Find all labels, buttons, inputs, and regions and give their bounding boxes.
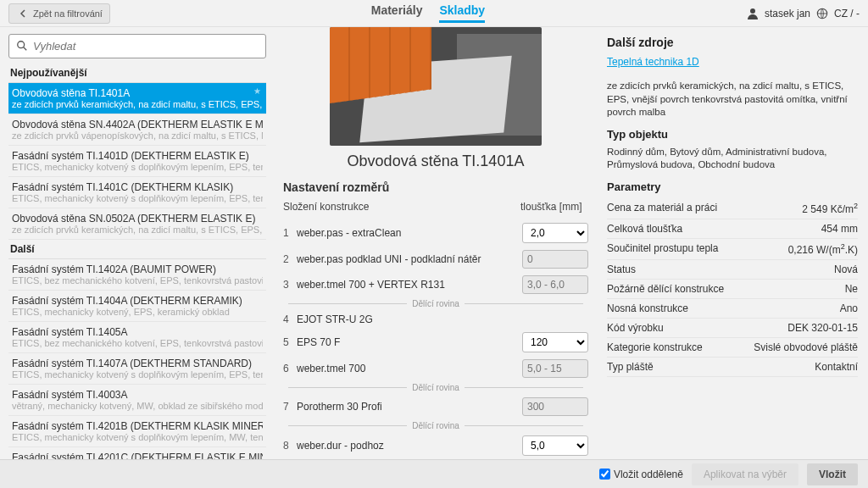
list-item-desc: ETICS, bez mechanického kotvení, EPS, te… [12, 338, 263, 348]
param-key: Kód výrobku [607, 322, 664, 334]
thickness-select[interactable]: 2,0 [522, 223, 588, 243]
list-item-desc: ETICS, mechanicky kotvený s doplňkovým l… [12, 432, 263, 442]
footer: Vložit odděleně Aplikovat na výběr Vloži… [0, 459, 868, 488]
list-item-title: Obvodová stěna TI.1401A [12, 87, 263, 99]
param-key: Typ pláště [607, 361, 654, 373]
thickness-readonly [522, 275, 588, 294]
list-item-title: Fasádní systém TI.1405A [12, 326, 263, 338]
insert-separate-input[interactable] [599, 469, 610, 480]
layer-value [522, 397, 588, 416]
list-item-desc: ETICS, mechanicky kotvený s doplňkovým l… [12, 193, 263, 203]
layer-number: 6 [283, 363, 297, 374]
layer-value [522, 275, 588, 294]
param-row: StatusNová [607, 260, 858, 280]
list-item[interactable]: Fasádní systém TI.1407A (DEKTHERM STANDA… [8, 353, 266, 385]
list-item-desc: větraný, mechanicky kotvený, MW, obklad … [12, 401, 263, 411]
list-item[interactable]: Fasádní systém TI.1405AETICS, bez mechan… [8, 322, 266, 353]
param-key: Cena za materiál a práci [607, 202, 717, 215]
divider-plane: Dělící rovina [283, 299, 588, 308]
param-key: Celková tloušťka [607, 223, 682, 235]
list-item[interactable]: Obvodová stěna SN.0502A (DEKTHERM ELASTI… [8, 208, 266, 240]
param-key: Součinitel prostupu tepla [607, 242, 718, 256]
layer-number: 1 [283, 227, 297, 239]
list-item[interactable]: Fasádní systém TI.1402A (BAUMIT POWER)ET… [8, 259, 266, 291]
right-desc: ze zdicích prvků keramických, na zdicí m… [607, 80, 858, 119]
thickness-readonly [522, 250, 588, 269]
tab-compositions[interactable]: Skladby [439, 3, 485, 23]
composition-label: Složení konstrukce [283, 201, 520, 213]
divider-plane: Dělící rovina [283, 383, 588, 392]
link-thermal[interactable]: Tepelná technika 1D [607, 56, 699, 68]
globe-icon [815, 7, 829, 20]
list-item[interactable]: Fasádní systém TI.1404A (DEKTHERM KERAMI… [8, 291, 266, 322]
layer-row: 2weber.pas podklad UNI - podkladní nátěr [283, 247, 588, 272]
param-value: 2 549 Kč/m2 [802, 202, 858, 215]
wall-preview [330, 27, 542, 146]
insert-button[interactable]: Vložit [807, 463, 858, 485]
layer-value [522, 359, 588, 378]
param-row: Celková tloušťka454 mm [607, 219, 858, 239]
center-panel: Obvodová stěna TI.1401A Nastavení rozměr… [275, 27, 597, 459]
param-value: Svislé obvodové pláště [754, 341, 858, 353]
param-value: Ne [845, 283, 858, 295]
layer-number: 3 [283, 279, 297, 291]
list-item[interactable]: Fasádní systém TI.4201C (DEKTHERM ELASTI… [8, 447, 266, 459]
layer-row: 7Porotherm 30 Profi [283, 394, 588, 419]
param-value: 0,216 W/(m2.K) [788, 242, 858, 256]
layer-name: weber.tmel 700 + VERTEX R131 [297, 279, 522, 291]
param-value: Ano [840, 302, 858, 314]
list-item[interactable]: Fasádní systém TI.4003Avětraný, mechanic… [8, 385, 266, 416]
param-row: Typ pláštěKontaktní [607, 358, 858, 377]
list-item-title: Fasádní systém TI.4201B (DEKTHERM KLASIK… [12, 420, 263, 432]
list-item-desc: ze zdicích prvků vápenopískových, na zdi… [12, 130, 263, 141]
svg-point-0 [750, 8, 755, 14]
list-item[interactable]: Fasádní systém TI.4201B (DEKTHERM KLASIK… [8, 416, 266, 447]
search-icon [15, 39, 29, 53]
locale: CZ / - [834, 8, 860, 19]
param-row: Součinitel prostupu tepla0,216 W/(m2.K) [607, 239, 858, 260]
layer-name: EJOT STR-U 2G [297, 313, 522, 325]
list-item[interactable]: Obvodová stěna SN.4402A (DEKTHERM ELASTI… [8, 114, 266, 146]
thickness-select[interactable]: 5,0 [522, 435, 588, 456]
list-item-title: Fasádní systém TI.1401C (DEKTHERM KLASIK… [12, 181, 263, 193]
param-value: Nová [834, 263, 858, 275]
param-key: Nosná konstrukce [607, 302, 688, 314]
layer-number: 7 [283, 401, 297, 413]
type-head: Typ objektu [607, 128, 858, 141]
param-key: Požárně dělící konstrukce [607, 283, 724, 295]
layer-value: 5,0 [522, 435, 588, 456]
username: stasek jan [765, 8, 810, 19]
top-bar: Zpět na filtrování Materiály Skladby sta… [0, 0, 868, 27]
thickness-select[interactable]: 120 [522, 332, 588, 352]
param-value: 454 mm [821, 223, 858, 235]
layer-value [522, 250, 588, 269]
list-item-title: Obvodová stěna SN.0502A (DEKTHERM ELASTI… [12, 213, 263, 225]
list-item-title: Fasádní systém TI.1407A (DEKTHERM STANDA… [12, 358, 263, 369]
layer-row: 1weber.pas - extraClean2,0 [283, 219, 588, 247]
thickness-readonly [522, 397, 588, 416]
layer-name: Porotherm 30 Profi [297, 401, 522, 413]
list-item-title: Fasádní systém TI.4201C (DEKTHERM ELASTI… [12, 452, 263, 459]
apply-selection-button[interactable]: Aplikovat na výběr [692, 463, 798, 485]
layer-name: weber.pas - extraClean [297, 227, 522, 239]
list-item-desc: ETICS, mechanicky kotvený s doplňkovým l… [12, 369, 263, 380]
list-item[interactable]: Fasádní systém TI.1401C (DEKTHERM KLASIK… [8, 177, 266, 208]
layer-value: 120 [522, 332, 588, 352]
tab-materials[interactable]: Materiály [371, 3, 423, 23]
param-key: Status [607, 263, 636, 275]
cat-other: Další [8, 240, 266, 259]
list-item-desc: ETICS, mechanicky kotvený, EPS, keramick… [12, 307, 263, 317]
user-area: stasek jan CZ / - [746, 7, 860, 20]
list-item-desc: ETICS, mechanicky kotvený s doplňkovým l… [12, 162, 263, 172]
divider-plane: Dělící rovina [283, 421, 588, 430]
back-label: Zpět na filtrování [33, 8, 103, 19]
chevron-left-icon [16, 7, 30, 20]
list-item[interactable]: Obvodová stěna TI.1401Aze zdicích prvků … [8, 83, 266, 114]
layer-value: 2,0 [522, 223, 588, 243]
svg-point-2 [18, 42, 25, 48]
insert-separate-checkbox[interactable]: Vložit odděleně [599, 469, 683, 480]
back-button[interactable]: Zpět na filtrování [8, 3, 110, 24]
param-row: Nosná konstrukceAno [607, 299, 858, 319]
list-item[interactable]: Fasádní systém TI.1401D (DEKTHERM ELASTI… [8, 146, 266, 177]
search-input[interactable] [8, 34, 266, 58]
